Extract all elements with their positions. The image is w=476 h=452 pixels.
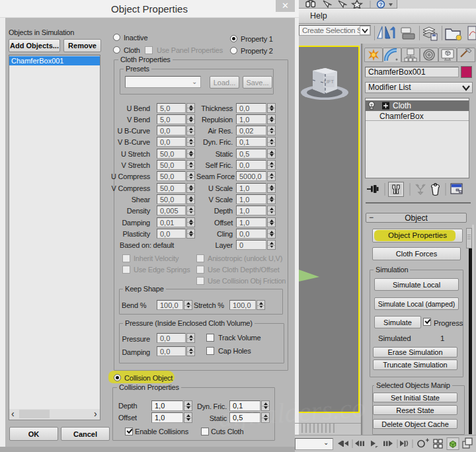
svg-text:?: ? [379, 1, 383, 8]
